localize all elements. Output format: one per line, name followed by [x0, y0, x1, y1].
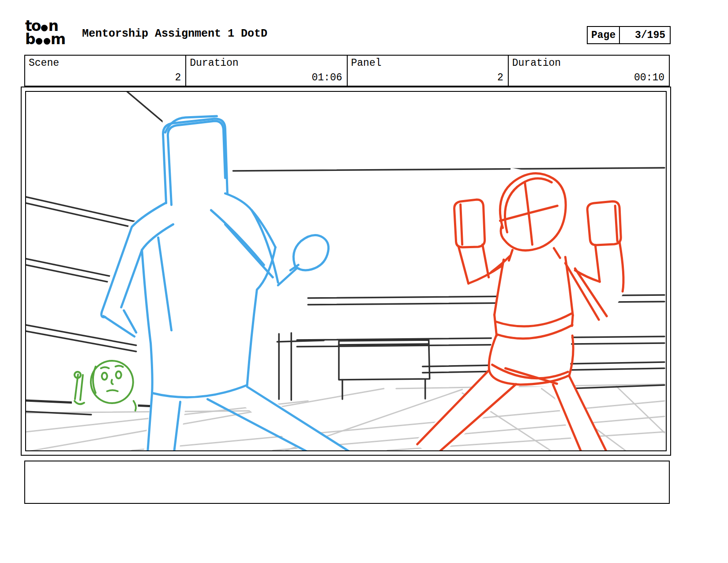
storyboard-panel	[25, 91, 667, 451]
page-label: Page	[588, 27, 620, 43]
storyboard-panel-frame	[21, 87, 671, 456]
panel-duration-cell: Duration 00:10	[509, 56, 669, 86]
panel-cell: Panel 2	[348, 56, 509, 86]
figure-green-spectator	[72, 359, 138, 411]
scene-label: Scene	[29, 57, 59, 69]
panel-info-bar: Scene 2 Duration 01:06 Panel 2 Duration …	[24, 55, 670, 87]
scene-cell: Scene 2	[25, 56, 186, 86]
scene-duration-value: 01:06	[311, 72, 342, 83]
logo-text: b	[25, 30, 35, 48]
toonboom-logo: ton bm	[25, 19, 65, 46]
scene-value: 2	[175, 72, 181, 83]
logo-dot-icon	[44, 38, 50, 45]
panel-value: 2	[497, 72, 503, 83]
scene-duration-cell: Duration 01:06	[186, 56, 347, 86]
page-number-box: Page 3/195	[587, 26, 671, 44]
panel-duration-value: 00:10	[634, 72, 664, 83]
document-title: Mentorship Assignment 1 DotD	[82, 27, 267, 40]
logo-dot-icon	[36, 38, 42, 45]
panel-sketch	[26, 92, 666, 450]
logo-line-2: bm	[25, 33, 65, 46]
page-value: 3/195	[620, 27, 670, 43]
panel-duration-label: Duration	[512, 57, 561, 69]
logo-dot-icon	[41, 25, 48, 31]
panel-label: Panel	[351, 57, 382, 69]
caption-box	[24, 461, 670, 504]
logo-text: m	[51, 30, 65, 48]
storyboard-page: ton bm Mentorship Assignment 1 DotD Page…	[0, 0, 728, 563]
scene-duration-label: Duration	[190, 57, 238, 69]
